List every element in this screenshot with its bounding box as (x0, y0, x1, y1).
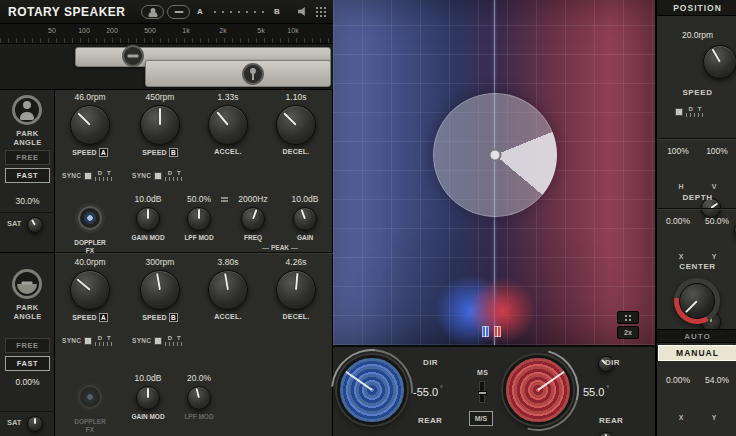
rotor-lpfmod-knob[interactable] (187, 386, 211, 410)
dotted-triplet-toggle[interactable]: DT (95, 170, 113, 181)
badge-a: A (99, 313, 108, 322)
rotor-decel-value: 4.26s (264, 257, 328, 268)
degree-symbol: ° (606, 385, 609, 392)
horn-sat-knob[interactable] (27, 217, 43, 233)
right-dir-label: DIR (605, 358, 620, 367)
dotted-triplet-toggle[interactable]: DT (686, 106, 704, 117)
horn-speed-b-knob[interactable] (140, 105, 180, 145)
divider (657, 138, 736, 139)
horn-peakgain-knob[interactable] (293, 207, 317, 231)
horn-peakgain-label: GAIN (287, 234, 323, 242)
preset-grid-icon[interactable] (315, 6, 326, 17)
horn-speed-a-knob[interactable] (70, 105, 110, 145)
knob-pointer (711, 49, 720, 63)
rotor-gainmod-knob[interactable] (136, 386, 160, 410)
rotor-speed-b-knob[interactable] (140, 270, 180, 310)
sync-checkbox[interactable] (675, 108, 683, 116)
sync-label: SYNC (132, 337, 151, 344)
horn-decel-knob[interactable] (276, 105, 316, 145)
mic-section: DIR -55.0° REAR MS M/S DIR 55.0° REAR (333, 345, 655, 436)
dotted-triplet-toggle[interactable]: DT (165, 335, 183, 346)
zoom-button[interactable]: 2x (617, 326, 639, 339)
ms-fader-handle[interactable] (478, 391, 487, 395)
rotor-band-bar[interactable] (145, 60, 331, 87)
angle-number: 55.0 (583, 386, 604, 398)
depth-v-label: V (692, 183, 736, 190)
manual-mode-button[interactable]: MANUAL (658, 345, 736, 361)
left-mic-marker[interactable] (482, 326, 489, 337)
dotted-triplet-toggle[interactable]: DT (165, 170, 183, 181)
auto-mode-button[interactable]: AUTO (657, 329, 736, 343)
ms-fader[interactable] (479, 381, 485, 403)
horn-sat-value: 30.0% (0, 196, 55, 206)
horn-gainmod-knob[interactable] (136, 207, 160, 231)
ab-morph-dots[interactable] (208, 10, 270, 14)
right-rear-label: REAR (599, 416, 623, 425)
left-rear-knob[interactable] (598, 432, 614, 436)
angle-number: -55.0 (413, 386, 438, 398)
rotor-sat-knob[interactable] (27, 416, 43, 432)
right-mic-knob[interactable] (503, 355, 573, 425)
rotor-accel-knob[interactable] (208, 270, 248, 310)
horn-free-button[interactable]: FREE (5, 150, 50, 165)
manual-y-label: Y (692, 414, 736, 421)
horn-doppler-button[interactable] (78, 206, 102, 230)
right-mic-marker[interactable] (494, 326, 501, 337)
left-rear-label: REAR (418, 416, 442, 425)
sync-checkbox[interactable] (154, 337, 162, 345)
preset-a-label[interactable]: A (197, 7, 203, 16)
rotor-enable-button[interactable] (167, 5, 190, 19)
depth-h-value: 100% (659, 146, 697, 156)
ms-mode-button[interactable]: M/S (469, 411, 493, 426)
ms-label: MS (477, 369, 488, 376)
sync-checkbox[interactable] (84, 337, 92, 345)
triplet-label: T (177, 335, 181, 341)
horn-accel-value: 1.33s (196, 92, 260, 103)
rotor-speed-a-sync: SYNC DT (62, 335, 113, 346)
ruler-tick-label: 200 (106, 27, 118, 34)
horn-freq-knob[interactable] (241, 207, 265, 231)
center-x-value: 0.00% (659, 216, 697, 226)
degree-symbol: ° (440, 385, 443, 392)
pad-view-button[interactable] (617, 311, 639, 324)
knob-pointer (295, 273, 299, 291)
rotor-fast-button[interactable]: FAST (5, 356, 50, 371)
speaker-icon[interactable] (298, 6, 309, 17)
grid-view-icon (624, 314, 632, 322)
rotor-free-button[interactable]: FREE (5, 338, 50, 353)
preset-b-label[interactable]: B (274, 7, 280, 16)
knob-pointer (34, 417, 36, 423)
xy-pad[interactable]: 2x (333, 0, 655, 345)
knob-pointer (198, 209, 200, 219)
horn-decel-value: 1.10s (264, 92, 328, 103)
knob-pointer (31, 218, 36, 225)
position-header: POSITION (657, 0, 736, 16)
auto-position-knob[interactable] (674, 278, 720, 324)
rotor-doppler-button[interactable] (78, 385, 102, 409)
ruler-tick-label: 500 (144, 27, 156, 34)
ruler-tick-label: 1k (182, 27, 189, 34)
sync-checkbox[interactable] (154, 172, 162, 180)
sync-checkbox[interactable] (84, 172, 92, 180)
rotor-band-icon[interactable] (242, 63, 264, 85)
person-body-glyph (148, 12, 157, 17)
rotor-speed-a-knob[interactable] (70, 270, 110, 310)
link-icon[interactable] (221, 197, 228, 202)
rotor-lpfmod-label: LPF MOD (181, 413, 217, 421)
center-y-value: 50.0% (698, 216, 736, 226)
angle-label: ANGLE (0, 312, 55, 321)
position-speed-label: SPEED (657, 88, 736, 97)
badge-b: B (169, 148, 178, 157)
horn-enable-button[interactable] (141, 5, 164, 19)
horn-fast-button[interactable]: FAST (5, 168, 50, 183)
left-mic-knob[interactable] (337, 355, 407, 425)
rotor-decel-knob[interactable] (276, 270, 316, 310)
dotted-label: D (168, 335, 172, 341)
dotted-triplet-toggle[interactable]: DT (95, 335, 113, 346)
horn-lpfmod-knob[interactable] (187, 207, 211, 231)
horn-accel-knob[interactable] (208, 105, 248, 145)
horn-band-icon[interactable] (122, 45, 144, 67)
position-speed-knob[interactable] (703, 45, 736, 79)
sync-label: SYNC (132, 172, 151, 179)
main-panel: 46.0rpm SPEEDA 450rpm SPEEDB 1.33s ACCEL… (55, 90, 333, 436)
